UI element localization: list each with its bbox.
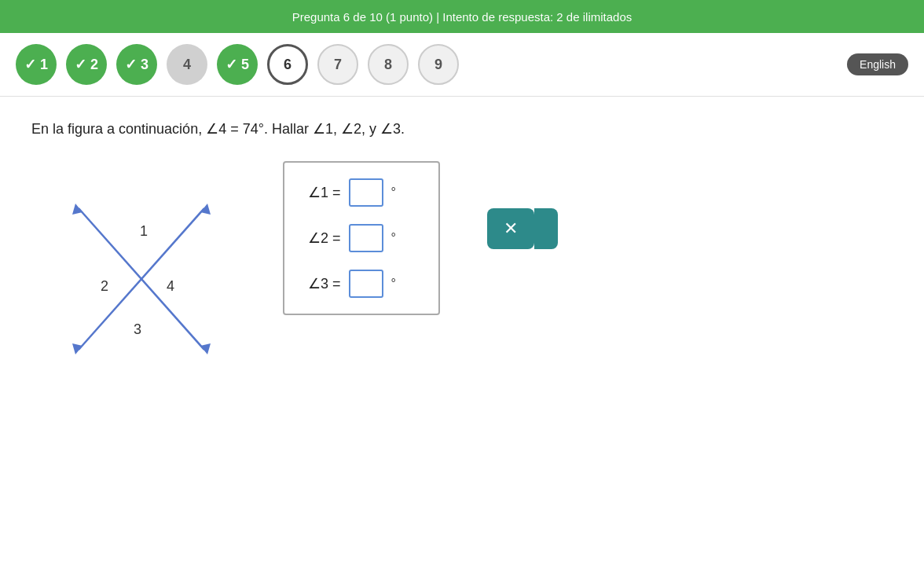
nav-bubble-7[interactable]: 7 [317,44,358,85]
angle1-input[interactable] [349,178,383,207]
angle2-row: ∠2 = ° [308,224,415,252]
svg-marker-2 [72,343,82,354]
top-bar: Pregunta 6 de 10 (1 punto) | Intento de … [0,0,924,33]
angle2-input[interactable] [349,224,383,252]
nav-bubble-1[interactable]: ✓ 1 [16,44,57,85]
svg-text:1: 1 [140,223,148,239]
clear-button[interactable]: ✕ [487,208,534,249]
question-header: Pregunta 6 de 10 (1 punto) | Intento de … [16,10,908,24]
english-button[interactable]: English [847,53,908,75]
svg-marker-5 [200,343,211,354]
angle1-label: ∠1 = [308,184,341,201]
angle3-degree: ° [391,277,396,291]
main-content: En la figura a continuación, ∠4 = 74°. H… [0,97,924,580]
angle3-input[interactable] [349,270,383,298]
angle1-degree: ° [391,185,396,200]
svg-text:3: 3 [134,321,141,337]
svg-marker-1 [200,204,211,215]
answer-box: ∠1 = ° ∠2 = ° ∠3 = ° [283,161,440,315]
angle2-label: ∠2 = [308,229,341,247]
svg-text:4: 4 [167,278,174,294]
nav-bubble-6[interactable]: 6 [267,44,308,85]
angle-diagram: 1 2 3 4 [31,161,251,381]
action-panel-extra [534,208,558,249]
nav-bubble-9[interactable]: 9 [418,44,459,85]
nav-bubble-4[interactable]: 4 [167,44,207,85]
svg-marker-4 [72,204,82,215]
action-panel: ✕ [471,161,558,249]
svg-text:2: 2 [101,278,108,294]
angle3-row: ∠3 = ° [308,270,415,298]
question-text: En la figura a continuación, ∠4 = 74°. H… [31,120,893,138]
diagram-area: 1 2 3 4 ∠1 = ° ∠2 = ° ∠3 = ° [31,161,893,381]
nav-bubble-8[interactable]: 8 [368,44,409,85]
nav-bubble-2[interactable]: ✓ 2 [66,44,107,85]
nav-bubble-5[interactable]: ✓ 5 [217,44,258,85]
angle1-row: ∠1 = ° [308,178,415,207]
angle2-degree: ° [391,231,396,245]
question-nav: ✓ 1 ✓ 2 ✓ 3 4 ✓ 5 6 7 8 9 English [0,33,924,97]
nav-bubble-3[interactable]: ✓ 3 [116,44,157,85]
angle3-label: ∠3 = [308,275,341,292]
